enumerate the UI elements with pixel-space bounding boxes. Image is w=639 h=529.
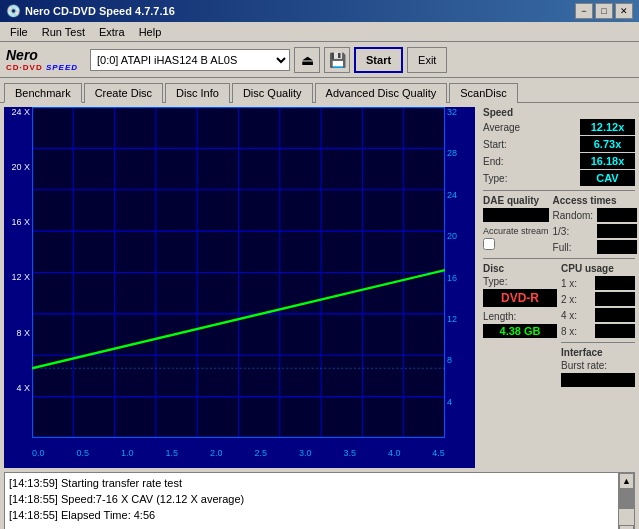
random-row: Random: <box>553 208 638 222</box>
scroll-track <box>619 489 634 525</box>
disc-section: Disc Type: DVD-R Length: 4.38 GB <box>483 263 557 387</box>
tab-disc-quality[interactable]: Disc Quality <box>232 83 313 103</box>
minimize-button[interactable]: − <box>575 3 593 19</box>
y-labels-left: 24 X 20 X 16 X 12 X 8 X 4 X <box>4 107 32 438</box>
nero-text: Nero <box>6 47 38 63</box>
log-line-2: [14:18:55] Speed:7-16 X CAV (12.12 X ave… <box>9 491 614 507</box>
menu-bar: File Run Test Extra Help <box>0 22 639 42</box>
nero-logo: Nero CD·DVD SPEED <box>6 47 78 72</box>
maximize-button[interactable]: □ <box>595 3 613 19</box>
burst-value <box>561 373 635 387</box>
cpu-8x-value <box>595 324 635 338</box>
access-title: Access times <box>553 195 638 206</box>
start-label: Start: <box>483 139 507 150</box>
app-icon: 💿 <box>6 4 21 18</box>
type-value: CAV <box>580 170 635 186</box>
speed-start-row: Start: 6.73x <box>483 136 635 152</box>
disc-length-label: Length: <box>483 311 557 322</box>
third-label: 1/3: <box>553 226 570 237</box>
full-label: Full: <box>553 242 572 253</box>
main-content: 24 X 20 X 16 X 12 X 8 X 4 X 32 28 24 20 … <box>0 102 639 472</box>
third-row: 1/3: <box>553 224 638 238</box>
tab-bar: Benchmark Create Disc Disc Info Disc Qua… <box>0 78 639 102</box>
title-bar: 💿 Nero CD-DVD Speed 4.7.7.16 − □ ✕ <box>0 0 639 22</box>
log-content: [14:13:59] Starting transfer rate test [… <box>5 473 618 529</box>
disc-length-value: 4.38 GB <box>483 324 557 338</box>
chart-svg <box>32 107 445 438</box>
scroll-up-button[interactable]: ▲ <box>619 473 634 489</box>
speed-title: Speed <box>483 107 635 118</box>
x-labels: 0.0 0.5 1.0 1.5 2.0 2.5 3.0 3.5 4.0 4.5 <box>32 438 445 468</box>
tab-advanced-disc-quality[interactable]: Advanced Disc Quality <box>315 83 448 103</box>
start-button[interactable]: Start <box>354 47 403 73</box>
dae-section: DAE quality Accurate stream <box>483 195 549 254</box>
nero-sub: CD·DVD SPEED <box>6 63 78 72</box>
end-value: 16.18x <box>580 153 635 169</box>
disc-title: Disc <box>483 263 557 274</box>
toolbar: Nero CD·DVD SPEED [0:0] ATAPI iHAS124 B … <box>0 42 639 78</box>
cpu-8x-label: 8 x: <box>561 326 577 337</box>
tab-create-disc[interactable]: Create Disc <box>84 83 163 103</box>
tab-scan-disc[interactable]: ScanDisc <box>449 83 517 103</box>
speed-type-row: Type: CAV <box>483 170 635 186</box>
cpu-2x-label: 2 x: <box>561 294 577 305</box>
cpu-title: CPU usage <box>561 263 635 274</box>
disc-type-value: DVD-R <box>483 289 557 307</box>
menu-run-test[interactable]: Run Test <box>36 24 91 40</box>
third-value <box>597 224 637 238</box>
type-label: Type: <box>483 173 507 184</box>
exit-button[interactable]: Exit <box>407 47 447 73</box>
dae-value <box>483 208 549 222</box>
random-label: Random: <box>553 210 594 221</box>
disc-type-label: Type: <box>483 276 557 287</box>
log-area: [14:13:59] Starting transfer rate test [… <box>4 472 635 529</box>
full-value <box>597 240 637 254</box>
save-icon-button[interactable]: 💾 <box>324 47 350 73</box>
accurate-label: Accurate stream <box>483 226 549 236</box>
speed-average-row: Average 12.12x <box>483 119 635 135</box>
disc-cpu-section: Disc Type: DVD-R Length: 4.38 GB CPU usa… <box>483 263 635 387</box>
tab-disc-info[interactable]: Disc Info <box>165 83 230 103</box>
end-label: End: <box>483 156 504 167</box>
cpu-1x-label: 1 x: <box>561 278 577 289</box>
menu-extra[interactable]: Extra <box>93 24 131 40</box>
cpu-4x-label: 4 x: <box>561 310 577 321</box>
speed-section: Speed Average 12.12x Start: 6.73x End: 1… <box>483 107 635 186</box>
scroll-thumb[interactable] <box>619 489 634 509</box>
chart-container: 24 X 20 X 16 X 12 X 8 X 4 X 32 28 24 20 … <box>4 107 475 468</box>
cpu-2x-value <box>595 292 635 306</box>
cpu-interface-section: CPU usage 1 x: 2 x: 4 x: 8 x: <box>561 263 635 387</box>
access-times-section: Access times Random: 1/3: Full: <box>553 195 638 254</box>
menu-help[interactable]: Help <box>133 24 168 40</box>
log-scrollbar[interactable]: ▲ ▼ <box>618 473 634 529</box>
accurate-checkbox[interactable] <box>483 238 495 250</box>
window-title: Nero CD-DVD Speed 4.7.7.16 <box>25 5 175 17</box>
tab-benchmark[interactable]: Benchmark <box>4 83 82 103</box>
eject-icon-button[interactable]: ⏏ <box>294 47 320 73</box>
log-line-1: [14:13:59] Starting transfer rate test <box>9 475 614 491</box>
cpu-1x-value <box>595 276 635 290</box>
device-select[interactable]: [0:0] ATAPI iHAS124 B AL0S <box>90 49 290 71</box>
full-row: Full: <box>553 240 638 254</box>
start-value: 6.73x <box>580 136 635 152</box>
average-value: 12.12x <box>580 119 635 135</box>
y-labels-right: 32 28 24 20 16 12 8 4 <box>445 107 475 438</box>
average-label: Average <box>483 122 520 133</box>
menu-file[interactable]: File <box>4 24 34 40</box>
right-panel: Speed Average 12.12x Start: 6.73x End: 1… <box>479 103 639 472</box>
burst-label: Burst rate: <box>561 360 607 371</box>
two-col-section: DAE quality Accurate stream Access times… <box>483 195 635 254</box>
close-button[interactable]: ✕ <box>615 3 633 19</box>
scroll-down-button[interactable]: ▼ <box>619 525 634 529</box>
dae-title: DAE quality <box>483 195 549 206</box>
interface-title: Interface <box>561 347 635 358</box>
accurate-checkbox-area[interactable] <box>483 238 549 250</box>
window-controls: − □ ✕ <box>575 3 633 19</box>
speed-end-row: End: 16.18x <box>483 153 635 169</box>
log-line-3: [14:18:55] Elapsed Time: 4:56 <box>9 507 614 523</box>
random-value <box>597 208 637 222</box>
cpu-4x-value <box>595 308 635 322</box>
